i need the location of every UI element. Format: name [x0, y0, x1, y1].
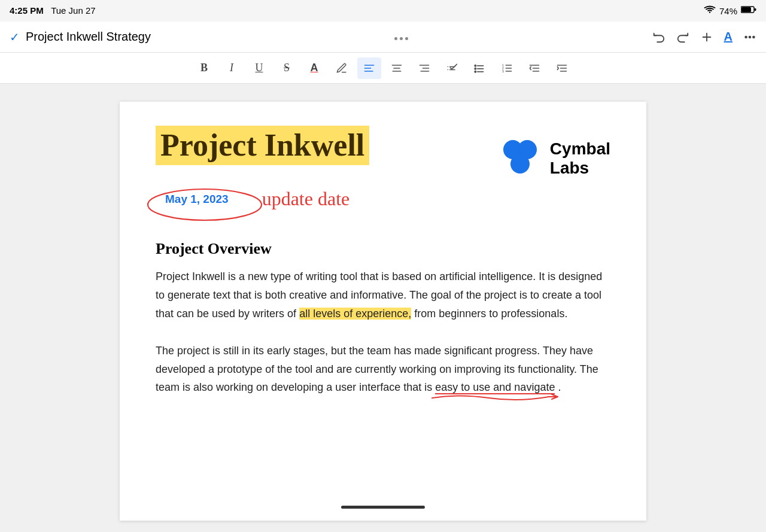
cymbal-name: Cymbal [550, 139, 610, 159]
document-page: Project Inkwell May 1, 2023 update date [120, 102, 646, 521]
svg-point-25 [475, 71, 476, 72]
strikethrough-button[interactable]: S [275, 57, 299, 79]
red-arrow-annotation [429, 391, 561, 404]
body-paragraph-2: The project is still in its early stages… [156, 342, 610, 397]
section-overview: Project Overview Project Inkwell is a ne… [156, 240, 610, 397]
title-left: ✓ Project Inkwell Strategy [10, 30, 151, 44]
center-dots [393, 32, 409, 42]
svg-rect-1 [755, 8, 756, 11]
status-time: 4:25 PM [10, 5, 44, 16]
underline-button[interactable]: U [247, 57, 271, 79]
svg-point-39 [148, 189, 262, 220]
main-title-wrapper: Project Inkwell [156, 126, 498, 177]
checklist-button[interactable] [440, 57, 464, 79]
bullet-list-button[interactable] [467, 57, 491, 79]
outdent-button[interactable] [522, 57, 546, 79]
font-color-icon: A [311, 62, 318, 74]
formatting-toolbar: B I U S A [0, 53, 766, 84]
undo-button[interactable] [652, 31, 665, 44]
font-button[interactable]: A [724, 30, 732, 44]
status-icons: 74% [704, 5, 756, 16]
document-main-title: Project Inkwell [156, 126, 369, 165]
wifi-icon [704, 5, 716, 16]
font-color-button[interactable]: A [302, 57, 326, 79]
svg-point-5 [745, 36, 747, 38]
cymbal-text: Cymbal Labs [550, 139, 610, 178]
date-circle-wrapper: May 1, 2023 [156, 193, 238, 206]
indent-button[interactable] [550, 57, 574, 79]
section-heading: Project Overview [156, 240, 610, 258]
more-button[interactable] [743, 31, 756, 44]
status-time-date: 4:25 PM Tue Jun 27 [10, 5, 96, 16]
cymbal-labs-logo: Cymbal Labs [498, 138, 610, 180]
font-icon: A [724, 30, 732, 44]
svg-point-23 [475, 68, 476, 69]
dot-menu[interactable] [393, 32, 409, 42]
underlined-text-wrapper: easy to use and navigate [435, 381, 558, 393]
battery-icon [741, 5, 756, 16]
svg-text:3: 3 [502, 69, 504, 72]
cymbal-dots-icon [498, 138, 540, 180]
doc-title-section: Project Inkwell May 1, 2023 update date [156, 126, 498, 210]
document-title: Project Inkwell Strategy [26, 30, 151, 44]
svg-point-21 [475, 65, 476, 66]
date-annotation-row: May 1, 2023 update date [156, 188, 498, 210]
document-header: Project Inkwell May 1, 2023 update date [156, 126, 610, 210]
align-center-button[interactable] [385, 57, 409, 79]
status-date: Tue Jun 27 [51, 5, 96, 16]
svg-point-7 [753, 36, 755, 38]
scroll-indicator [341, 506, 425, 509]
italic-button[interactable]: I [220, 57, 244, 79]
body-paragraph-1: Project Inkwell is a new type of writing… [156, 267, 610, 323]
align-right-button[interactable] [412, 57, 436, 79]
svg-point-6 [749, 36, 751, 38]
status-bar: 4:25 PM Tue Jun 27 74% [0, 0, 766, 22]
svg-rect-2 [741, 7, 751, 12]
redo-button[interactable] [676, 31, 689, 44]
date-circle-svg [145, 186, 276, 224]
highlight-button[interactable] [330, 57, 354, 79]
highlighted-text: all levels of experience, [299, 308, 411, 320]
align-left-button[interactable] [357, 57, 381, 79]
add-button[interactable] [700, 31, 713, 44]
battery-percentage: 74% [719, 6, 737, 16]
numbered-list-button[interactable]: 1 2 3 [495, 57, 519, 79]
title-actions: A [652, 30, 756, 44]
document-area[interactable]: Project Inkwell May 1, 2023 update date [0, 84, 766, 532]
cymbal-sub: Labs [550, 159, 610, 178]
svg-point-42 [510, 154, 530, 174]
title-bar: ✓ Project Inkwell Strategy A [0, 22, 766, 53]
checkmark-icon: ✓ [10, 30, 20, 44]
body-text-after-highlight: from beginners to professionals. [411, 308, 567, 320]
bold-button[interactable]: B [192, 57, 216, 79]
